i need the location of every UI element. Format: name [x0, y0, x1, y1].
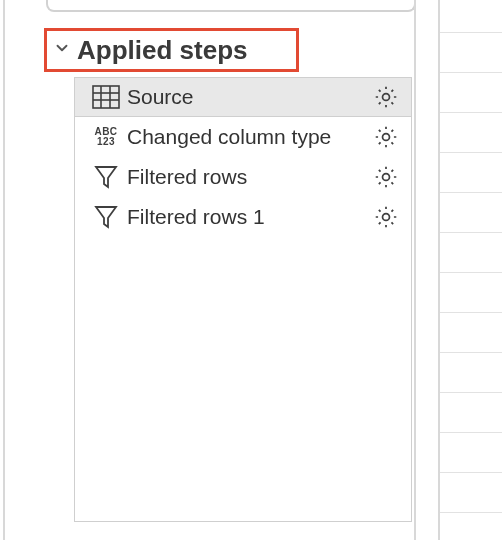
- step-label: Changed column type: [123, 125, 371, 149]
- svg-rect-0: [93, 86, 119, 108]
- step-settings-button[interactable]: [371, 162, 401, 192]
- data-grid-partial: [414, 0, 502, 540]
- applied-steps-panel: Applied steps Source: [24, 0, 414, 540]
- svg-marker-9: [96, 207, 116, 227]
- search-box-partial[interactable]: [46, 0, 416, 12]
- step-row-changed-column-type[interactable]: ABC123 Changed column type: [75, 117, 411, 157]
- step-settings-button[interactable]: [371, 202, 401, 232]
- chevron-down-icon: [53, 39, 71, 61]
- svg-point-5: [383, 94, 390, 101]
- step-row-source[interactable]: Source: [75, 77, 411, 117]
- step-settings-button[interactable]: [371, 82, 401, 112]
- step-label: Source: [123, 85, 371, 109]
- step-label: Filtered rows 1: [123, 205, 371, 229]
- funnel-icon: [89, 162, 123, 192]
- steps-list: Source ABC123 Changed column type: [74, 77, 412, 522]
- funnel-icon: [89, 202, 123, 232]
- table-icon: [89, 82, 123, 112]
- applied-steps-header[interactable]: Applied steps: [44, 28, 299, 72]
- svg-point-6: [383, 133, 390, 140]
- datatype-icon: ABC123: [89, 122, 123, 152]
- svg-point-10: [383, 213, 390, 220]
- step-settings-button[interactable]: [371, 122, 401, 152]
- svg-point-8: [383, 173, 390, 180]
- panel-left-border: [3, 0, 5, 540]
- step-row-filtered-rows[interactable]: Filtered rows: [75, 157, 411, 197]
- step-label: Filtered rows: [123, 165, 371, 189]
- section-title: Applied steps: [77, 35, 247, 66]
- step-row-filtered-rows-1[interactable]: Filtered rows 1: [75, 197, 411, 237]
- svg-marker-7: [96, 167, 116, 187]
